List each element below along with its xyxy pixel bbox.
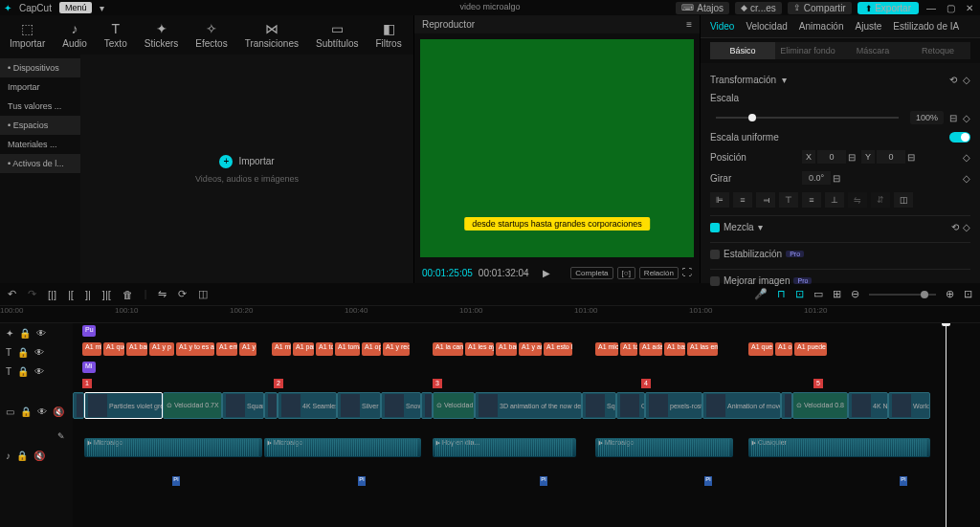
stepper-icon[interactable]: ⊟ <box>848 152 856 163</box>
reset-icon[interactable]: ⟲ <box>949 75 957 85</box>
track-sub[interactable]: T🔒👁 <box>0 342 73 362</box>
fit-icon[interactable]: ⊡ <box>964 288 972 300</box>
tool-stickers[interactable]: ✦Stickers <box>137 19 187 51</box>
panel-tab[interactable]: Video <box>710 21 734 32</box>
blend-checkbox[interactable] <box>710 223 720 232</box>
sub-clip[interactable]: A1 y to es ayuda <box>176 342 214 356</box>
keyframe-icon[interactable]: ◇ <box>963 152 970 163</box>
audio-marker[interactable]: Pl <box>358 476 366 486</box>
track-edit[interactable]: ✎ <box>0 427 73 446</box>
pos-x-input[interactable] <box>817 150 846 164</box>
panel-tab[interactable]: Velocidad <box>746 21 787 32</box>
sidebar-item[interactable]: Tus valores ... <box>0 97 80 116</box>
sub-clip[interactable]: A1 la cantid <box>433 342 463 356</box>
tool-texto[interactable]: TTexto <box>97 19 135 51</box>
fx-clip[interactable]: Pu <box>82 325 96 337</box>
video-clip[interactable]: Animation of movement, a <box>702 392 781 419</box>
video-clip[interactable]: pexels-rostislav-uzu <box>645 392 702 419</box>
video-clip[interactable]: ⊙ Velocidad 0.8 <box>792 392 848 419</box>
pos-y-input[interactable] <box>877 150 905 164</box>
sub-clip[interactable]: A1 que <box>748 342 773 356</box>
scale-value[interactable]: 100% <box>910 111 944 124</box>
video-clip[interactable]: 4K Network <box>848 392 888 419</box>
ratio-toggle[interactable]: [○] <box>617 267 635 279</box>
tool-importar[interactable]: ⬚Importar <box>2 19 53 51</box>
sidebar-item[interactable]: • Activos de l... <box>0 154 80 173</box>
track-fx1[interactable]: ✦🔒👁 <box>0 323 73 342</box>
video-clip[interactable]: Snowflakes on <box>381 392 421 419</box>
sub-clip[interactable]: A1 puede d <box>794 342 827 356</box>
audio-clip[interactable]: ▶ Hoy en dia... <box>433 438 576 457</box>
track-fx2[interactable]: T🔒👁 <box>0 362 73 381</box>
sub-clip[interactable]: A1 basa <box>664 342 685 356</box>
sub-clip[interactable]: A1 bau <box>126 342 147 356</box>
import-button[interactable]: + Importar <box>219 155 274 168</box>
sub-clip[interactable]: A1 enti <box>216 342 237 356</box>
sub-clip[interactable]: A1 mic <box>272 342 291 356</box>
video-clip[interactable]: ⊙ Velocidad 0.7X <box>163 392 222 419</box>
marker[interactable]: 5 <box>813 379 823 388</box>
zoom-in-icon[interactable]: ⊕ <box>946 288 954 300</box>
track-audio[interactable]: ♪🔒🔇 <box>0 446 73 465</box>
trim-right-icon[interactable]: ]| <box>85 289 91 300</box>
tool-audio[interactable]: ♪Audio <box>55 19 95 51</box>
sidebar-item[interactable]: • Dispositivos <box>0 58 80 77</box>
panel-subtab[interactable]: Retoque <box>905 42 970 59</box>
panel-subtab[interactable]: Eliminar fondo <box>775 42 840 59</box>
fullscreen-button[interactable]: Completa <box>570 267 612 279</box>
crop-icon[interactable]: ◫ <box>198 288 208 300</box>
audio-clip[interactable]: ▶ Microalgo <box>264 438 421 457</box>
video-clip[interactable]: 3D animation of the now debunked <box>475 392 582 419</box>
panel-subtab[interactable]: Máscara <box>840 42 905 59</box>
sub-clip[interactable]: A1 adal <box>639 342 662 356</box>
zoom-slider[interactable] <box>869 294 936 296</box>
audio-marker[interactable]: Pl <box>172 476 180 486</box>
aspect-button[interactable]: Relación <box>639 267 679 279</box>
sub-clip[interactable]: A1 las emp <box>687 342 718 356</box>
stepper-icon[interactable]: ⊟ <box>949 113 957 123</box>
sub-clip[interactable]: A1 esto les <box>544 342 572 356</box>
panel-tab[interactable]: Estilizado de IA <box>893 21 959 32</box>
video-clip[interactable]: 4k <box>781 392 792 419</box>
chevron-down-icon[interactable]: ▾ <box>100 3 104 13</box>
close-button[interactable]: ✕ <box>963 3 976 13</box>
track-icon[interactable]: ⊞ <box>833 288 841 300</box>
video-clip[interactable]: 4k <box>421 392 433 419</box>
sub-clip[interactable]: A1 to <box>620 342 637 356</box>
panel-subtab[interactable]: Básico <box>710 42 775 59</box>
cut-icon[interactable]: ]|[ <box>102 289 111 300</box>
sub-clip[interactable]: A1 bau <box>496 342 517 356</box>
menu-button[interactable]: Menú <box>59 2 93 13</box>
fx-clip[interactable]: Mi <box>82 362 96 373</box>
tool-subtitulos[interactable]: ▭Subtítulos <box>308 19 366 51</box>
marker[interactable]: 2 <box>274 379 283 388</box>
redo-icon[interactable]: ↷ <box>28 288 36 300</box>
reset-icon[interactable]: ⟲ <box>951 222 959 232</box>
flip-h[interactable]: ⇋ <box>848 192 867 208</box>
track-video[interactable]: ▭🔒👁🔇 <box>0 396 73 427</box>
audio-clip[interactable]: ▶ Microalgo <box>595 438 733 457</box>
player-menu-icon[interactable]: ≡ <box>686 19 692 30</box>
sub-clip[interactable]: A1 les ayu <box>465 342 494 356</box>
audio-clip[interactable]: ▶ Cualquier <box>748 438 930 457</box>
rotate-icon[interactable]: ⟳ <box>178 288 187 300</box>
rotate-input[interactable] <box>802 171 831 185</box>
video-clip[interactable]: Gradient <box>616 392 645 419</box>
sub-clip[interactable]: A1 y <box>239 342 256 356</box>
undo-icon[interactable]: ↶ <box>8 288 16 300</box>
tool-transiciones[interactable]: ⋈Transiciones <box>237 19 306 51</box>
marker[interactable]: 3 <box>433 379 442 388</box>
video-clip[interactable]: ⊙ Velocidad <box>433 392 475 419</box>
sidebar-item[interactable]: Importar <box>0 77 80 97</box>
audio-marker[interactable]: Pl <box>704 476 712 486</box>
link-icon[interactable]: ⊡ <box>795 288 804 300</box>
share-button[interactable]: ⇪ Compartir <box>788 2 852 14</box>
keyframe-icon[interactable]: ◇ <box>963 173 970 184</box>
align-bottom[interactable]: ⊥ <box>825 192 844 208</box>
sub-clip[interactable]: A1 mic <box>82 342 101 356</box>
sub-clip[interactable]: A1 tomar <box>335 342 360 356</box>
video-clip[interactable]: Silver rotating pr <box>337 392 381 419</box>
mic-icon[interactable]: 🎤 <box>754 288 768 300</box>
sub-clip[interactable]: A1 y red <box>383 342 410 356</box>
video-clip[interactable]: Particles violet green event game <box>84 392 163 419</box>
